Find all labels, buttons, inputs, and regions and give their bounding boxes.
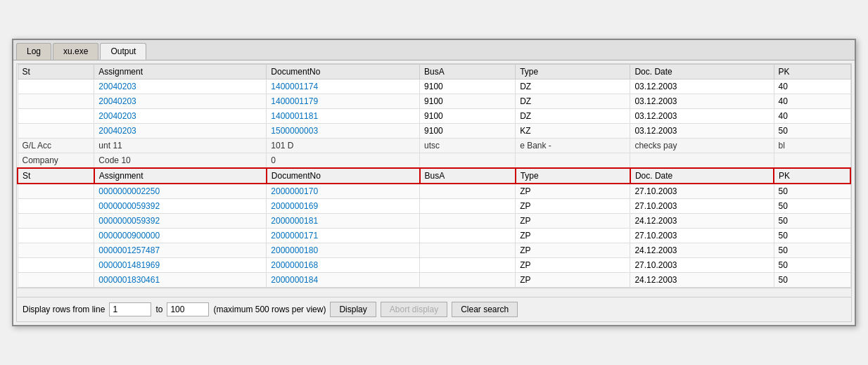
to-label: to: [155, 305, 162, 314]
table-cell[interactable]: 20040203: [94, 124, 267, 139]
table-cell: 50: [774, 273, 850, 288]
table-cell: DZ: [516, 94, 630, 109]
table-cell: 9100: [420, 124, 516, 139]
subheader-cell: Type: [516, 168, 630, 184]
from-line-input[interactable]: [109, 302, 151, 316]
table-cell[interactable]: 1500000003: [267, 124, 420, 139]
table-cell[interactable]: 2000000171: [267, 229, 420, 243]
subheader-cell: Doc. Date: [630, 168, 774, 184]
table-cell: KZ: [516, 124, 630, 139]
table-row: 2004020314000011749100DZ03.12.200340: [18, 79, 850, 94]
table-cell[interactable]: 0000000002250: [94, 184, 267, 199]
col-header-pk: PK: [774, 65, 850, 79]
table-cell[interactable]: 2000000180: [267, 243, 420, 258]
table-cell: ZP: [516, 199, 630, 214]
table-cell[interactable]: 2000000181: [267, 214, 420, 229]
table-body: 2004020314000011749100DZ03.12.2003402004…: [18, 79, 850, 288]
table-row: G/L Accunt 11101 Dutsce Bank -checks pay…: [18, 139, 850, 153]
table-row: 00000014819692000000168ZP27.10.200350: [18, 258, 850, 273]
table-cell: 27.10.2003: [630, 199, 774, 214]
table-container[interactable]: St Assignment DocumentNo BusA Type: [17, 64, 851, 288]
table-cell: [18, 124, 94, 139]
table-cell: ZP: [516, 229, 630, 243]
table-row: 00000000022502000000170ZP27.10.200350: [18, 184, 850, 199]
table-cell[interactable]: 0000000059392: [94, 214, 267, 229]
table-cell: e Bank -: [516, 139, 630, 153]
table-row: 2004020315000000039100KZ03.12.200350: [18, 124, 850, 139]
table-cell: unt 11: [94, 139, 267, 153]
table-cell: [18, 94, 94, 109]
abort-display-button[interactable]: Abort display: [381, 302, 447, 317]
table-cell[interactable]: 20040203: [94, 79, 267, 94]
table-cell: 27.10.2003: [630, 258, 774, 273]
tab-output[interactable]: Output: [100, 43, 146, 60]
table-cell[interactable]: 20040203: [94, 94, 267, 109]
subheader-cell: DocumentNo: [267, 168, 420, 184]
table-cell: 0: [267, 153, 420, 169]
subheader-cell: St: [18, 168, 94, 184]
table-cell[interactable]: 20040203: [94, 109, 267, 124]
table-cell: [420, 199, 516, 214]
table-cell[interactable]: 2000000170: [267, 184, 420, 199]
table-row: 2004020314000011819100DZ03.12.200340: [18, 109, 850, 124]
table-row: 00000000593922000000181ZP24.12.200350: [18, 214, 850, 229]
table-cell[interactable]: 0000001257487: [94, 243, 267, 258]
col-header-docno: DocumentNo: [267, 65, 420, 79]
horizontal-scrollbar[interactable]: [17, 288, 851, 297]
table-cell: [18, 273, 94, 288]
clear-search-button[interactable]: Clear search: [452, 302, 518, 317]
table-cell: ZP: [516, 214, 630, 229]
display-button[interactable]: Display: [330, 302, 376, 317]
table-row: CompanyCode 100: [18, 153, 850, 169]
table-cell[interactable]: 2000000168: [267, 258, 420, 273]
max-rows-label: (maximum 500 rows per view): [213, 305, 326, 314]
table-cell: 101 D: [267, 139, 420, 153]
table-row: 00000012574872000000180ZP24.12.200350: [18, 243, 850, 258]
table-cell: [420, 184, 516, 199]
to-line-input[interactable]: [167, 302, 209, 316]
table-cell: 03.12.2003: [630, 124, 774, 139]
table-cell: 40: [774, 94, 850, 109]
table-cell: 40: [774, 79, 850, 94]
table-cell: [18, 229, 94, 243]
table-cell: 50: [774, 199, 850, 214]
table-cell[interactable]: 0000000900000: [94, 229, 267, 243]
table-row: 2004020314000011799100DZ03.12.200340: [18, 94, 850, 109]
table-cell: [420, 243, 516, 258]
table-cell[interactable]: 2000000184: [267, 273, 420, 288]
table-cell: 27.10.2003: [630, 229, 774, 243]
table-cell: 9100: [420, 79, 516, 94]
table-cell[interactable]: 0000000059392: [94, 199, 267, 214]
table-cell: 50: [774, 124, 850, 139]
footer-bar: Display rows from line to (maximum 500 r…: [17, 297, 851, 321]
table-cell[interactable]: 1400001179: [267, 94, 420, 109]
table-cell[interactable]: 1400001174: [267, 79, 420, 94]
main-window: Log xu.exe Output St Assignment: [12, 39, 856, 326]
col-header-st: St: [18, 65, 94, 79]
col-header-assignment: Assignment: [94, 65, 267, 79]
table-cell[interactable]: 2000000169: [267, 199, 420, 214]
table-cell: 24.12.2003: [630, 243, 774, 258]
col-header-docdate: Doc. Date: [630, 65, 774, 79]
col-header-type: Type: [516, 65, 630, 79]
table-cell: 03.12.2003: [630, 109, 774, 124]
table-cell[interactable]: 0000001830461: [94, 273, 267, 288]
table-cell: ZP: [516, 243, 630, 258]
table-cell: checks pay: [630, 139, 774, 153]
table-cell: [18, 79, 94, 94]
table-cell[interactable]: 1400001181: [267, 109, 420, 124]
tab-xuexe[interactable]: xu.exe: [53, 43, 98, 60]
table-cell: [420, 273, 516, 288]
table-row: StAssignmentDocumentNoBusATypeDoc. DateP…: [18, 168, 850, 184]
table-cell: utsc: [420, 139, 516, 153]
table-cell: 50: [774, 243, 850, 258]
display-rows-label: Display rows from line: [23, 305, 105, 314]
table-cell: 9100: [420, 94, 516, 109]
content-area: St Assignment DocumentNo BusA Type: [16, 63, 852, 322]
subheader-cell: Assignment: [94, 168, 267, 184]
table-cell[interactable]: 0000001481969: [94, 258, 267, 273]
table-cell: Code 10: [94, 153, 267, 169]
table-cell: 27.10.2003: [630, 184, 774, 199]
tab-log[interactable]: Log: [16, 43, 51, 60]
table-cell: ZP: [516, 258, 630, 273]
